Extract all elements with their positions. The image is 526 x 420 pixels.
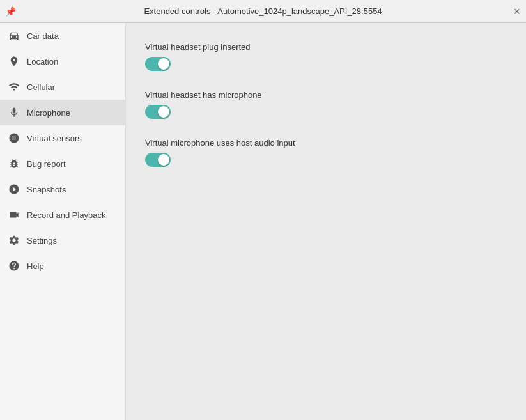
sidebar-item-virtual-sensors[interactable]: Virtual sensors	[0, 125, 125, 151]
sidebar-item-cellular[interactable]: Cellular	[0, 74, 125, 100]
titlebar-title: Extended controls - Automotive_1024p_lan…	[144, 6, 382, 16]
location-icon	[8, 55, 20, 68]
toggle-switch-mic-host[interactable]	[145, 153, 171, 167]
snapshots-icon	[8, 183, 20, 196]
toggle-switch-headset-plug[interactable]	[145, 57, 171, 71]
sidebar-label-cellular: Cellular	[27, 82, 55, 92]
microphone-icon	[8, 106, 20, 119]
sidebar-item-record-playback[interactable]: Record and Playback	[0, 202, 125, 228]
car-icon	[8, 29, 20, 42]
sidebar-label-help: Help	[27, 261, 44, 271]
toggle-switch-headset-mic[interactable]	[145, 105, 171, 119]
record-icon	[8, 208, 20, 221]
sidebar-item-car-data[interactable]: Car data	[0, 23, 125, 49]
sidebar-label-location: Location	[27, 57, 58, 66]
virtual-sensors-icon	[8, 132, 20, 144]
cellular-icon	[8, 81, 20, 93]
sidebar-label-bug-report: Bug report	[27, 159, 66, 169]
sidebar-label-record-playback: Record and Playback	[27, 210, 106, 220]
sidebar-item-settings[interactable]: Settings	[0, 228, 125, 253]
titlebar: 📌 Extended controls - Automotive_1024p_l…	[0, 0, 526, 23]
sidebar-label-car-data: Car data	[27, 31, 59, 41]
sidebar-label-snapshots: Snapshots	[27, 185, 66, 194]
sidebar-label-settings: Settings	[27, 236, 57, 245]
sidebar-label-microphone: Microphone	[27, 108, 70, 118]
toggle-label-mic-host: Virtual microphone uses host audio input	[145, 138, 507, 148]
bug-icon	[8, 157, 20, 170]
pin-button[interactable]: 📌	[5, 6, 16, 17]
toggle-row-mic-host: Virtual microphone uses host audio input	[145, 138, 507, 167]
help-icon	[8, 260, 20, 272]
sidebar: Car dataLocationCellularMicrophoneVirtua…	[0, 23, 126, 420]
toggle-label-headset-plug: Virtual headset plug inserted	[145, 42, 507, 52]
sidebar-label-virtual-sensors: Virtual sensors	[27, 134, 82, 143]
content-area: Virtual headset plug insertedVirtual hea…	[126, 23, 526, 420]
main-content: Car dataLocationCellularMicrophoneVirtua…	[0, 23, 526, 420]
toggle-row-headset-mic: Virtual headset has microphone	[145, 90, 507, 119]
close-button[interactable]: ✕	[513, 6, 521, 17]
sidebar-item-help[interactable]: Help	[0, 253, 125, 279]
toggle-row-headset-plug: Virtual headset plug inserted	[145, 42, 507, 71]
sidebar-item-microphone[interactable]: Microphone	[0, 100, 125, 125]
sidebar-item-location[interactable]: Location	[0, 49, 125, 74]
sidebar-item-snapshots[interactable]: Snapshots	[0, 176, 125, 202]
toggle-label-headset-mic: Virtual headset has microphone	[145, 90, 507, 100]
sidebar-item-bug-report[interactable]: Bug report	[0, 151, 125, 176]
settings-icon	[8, 234, 20, 247]
